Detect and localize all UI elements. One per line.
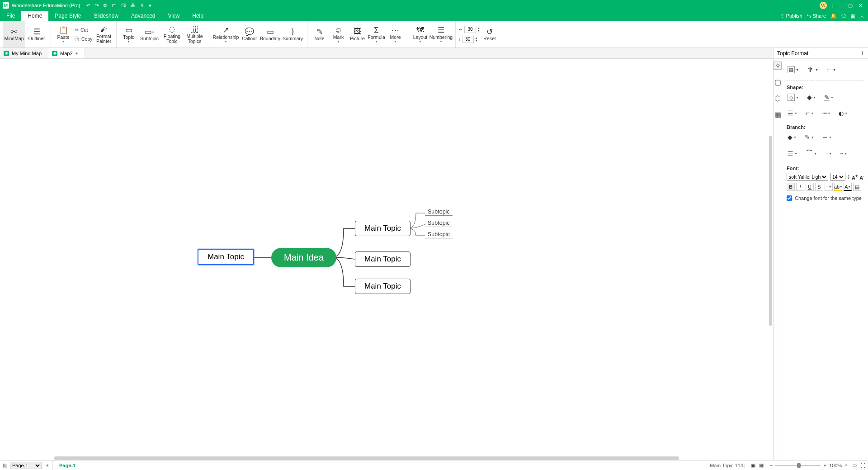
branch-connector-button[interactable]: ⊢▼ — [821, 133, 833, 142]
note-button[interactable]: ✎Note — [310, 21, 329, 47]
layout-button[interactable]: 🗺Layout▼ — [411, 21, 430, 47]
canvas-workspace[interactable]: Main Topic Main Idea Main Topic Main Top… — [0, 59, 773, 460]
subtopic-button[interactable]: ▭▫Subtopic — [138, 21, 161, 47]
main-idea-node[interactable]: Main Idea — [271, 248, 336, 267]
layout-style-2-button[interactable]: ♆▼ — [806, 65, 819, 74]
maximize-button[interactable]: ▢ — [845, 3, 855, 9]
pages-panel-button[interactable]: ▥ — [3, 462, 7, 468]
font-family-select[interactable]: soft YaHei Light — [787, 173, 828, 181]
font-size-spinner[interactable]: ▲▼ — [847, 174, 850, 180]
paste-button[interactable]: 📋Paste▼ — [54, 21, 73, 47]
copy-button[interactable]: ⿻Copy — [73, 35, 94, 43]
more-button[interactable]: ⋯More▼ — [386, 21, 405, 47]
topic-width-input[interactable] — [464, 26, 476, 33]
topic-width-spinner[interactable]: ↔▲▼ — [458, 26, 480, 33]
font-color-button[interactable]: A▼ — [844, 183, 852, 191]
outliner-view-button[interactable]: ☰Outliner — [25, 21, 48, 47]
relationship-button[interactable]: ↗Relationship▼ — [212, 21, 240, 47]
notifications-button[interactable]: 🔔 — [830, 13, 837, 19]
mindmap-view-button[interactable]: ✂MindMap — [3, 21, 25, 47]
topic-button[interactable]: ▭Topic▼ — [119, 21, 138, 47]
menu-view[interactable]: View — [161, 11, 186, 21]
horizontal-scrollbar[interactable] — [54, 456, 764, 460]
callout-button[interactable]: 💬Callout — [240, 21, 259, 47]
text-box-button[interactable]: ▤ — [853, 183, 861, 191]
close-window-button[interactable]: ✕ — [855, 3, 865, 9]
doc-tab-2[interactable]: ◉ Map2 ● — [48, 48, 85, 58]
page-tab[interactable]: Page-1 — [52, 461, 82, 470]
panel-pin-button[interactable]: ⊥ — [860, 50, 864, 57]
apps-button[interactable]: ▦ — [850, 13, 855, 19]
menu-file[interactable]: File — [0, 11, 21, 21]
panel-tab-format[interactable]: ✧ — [774, 62, 782, 70]
new-button[interactable]: ⧉ — [104, 3, 107, 9]
branch-taper-button[interactable]: ≡▼ — [824, 150, 833, 157]
open-button[interactable]: 🗀 — [112, 3, 117, 8]
export-button[interactable]: ⇪ — [140, 3, 144, 9]
menu-help[interactable]: Help — [186, 11, 210, 21]
change-same-type-checkbox[interactable] — [787, 195, 792, 201]
boundary-button[interactable]: ▭Boundary — [259, 21, 282, 47]
zoom-slider[interactable] — [775, 465, 821, 466]
zoom-in-button[interactable]: + — [823, 463, 826, 468]
save-button[interactable]: 🖫 — [121, 3, 126, 8]
font-increase-button[interactable]: A+ — [852, 174, 858, 180]
branch-style-button[interactable]: ✎▼ — [804, 133, 815, 142]
reset-button[interactable]: ↺Reset — [480, 21, 499, 47]
right-main-topic-node-3[interactable]: Main Topic — [355, 279, 410, 294]
vertical-scrollbar-thumb[interactable] — [769, 136, 772, 326]
picture-button[interactable]: 🖼Picture — [348, 21, 367, 47]
left-main-topic-node[interactable]: Main Topic — [198, 249, 254, 265]
shadow-button[interactable]: ◐▼ — [838, 109, 849, 118]
menu-slideshow[interactable]: Slideshow — [87, 11, 125, 21]
font-decrease-button[interactable]: A- — [859, 174, 864, 180]
add-page-button[interactable]: ＋ — [43, 462, 51, 469]
underline-button[interactable]: U — [806, 183, 814, 191]
fullscreen-button[interactable]: ⛶ — [860, 463, 865, 468]
undo-button[interactable]: ↶ — [86, 3, 90, 9]
fit-page-button[interactable]: ▣ — [751, 462, 755, 468]
formula-button[interactable]: ΣFormula▼ — [367, 21, 386, 47]
floating-topic-button[interactable]: ◌Floating Topic — [161, 21, 184, 47]
publish-button[interactable]: ⇪Publish — [780, 13, 802, 19]
shape-fill-button[interactable]: ◆▼ — [806, 93, 817, 102]
topic-height-input[interactable] — [462, 36, 474, 43]
minimize-button[interactable]: — — [835, 3, 845, 8]
corner-style-button[interactable]: ⌐▼ — [805, 108, 815, 118]
shape-border-button[interactable]: ✎▼ — [823, 93, 835, 102]
highlight-button[interactable]: ab▼ — [834, 183, 842, 191]
menu-home[interactable]: Home — [21, 11, 48, 21]
zoom-out-button[interactable]: − — [770, 463, 773, 468]
multiple-topics-button[interactable]: ⿲Multiple Topics — [184, 21, 206, 47]
branch-curve-button[interactable]: ⌒▼ — [805, 148, 818, 159]
summary-button[interactable]: }Summary — [282, 21, 304, 47]
panel-tab-page[interactable]: ▢ — [774, 78, 782, 86]
dash-style-button[interactable]: ┉┉▼ — [821, 109, 831, 117]
format-painter-button[interactable]: 🖌Format Painter — [94, 21, 113, 47]
print-button[interactable]: 🖶 — [131, 3, 136, 8]
font-size-select[interactable]: 14 — [830, 173, 845, 181]
help-icon-button[interactable]: ❍ — [841, 13, 846, 19]
user-avatar[interactable]: W — [820, 2, 827, 9]
zoom-slider-thumb[interactable] — [797, 463, 801, 468]
numbering-button[interactable]: ☰Numbering▼ — [430, 21, 453, 47]
subtopic-node-1[interactable]: Subtopic — [425, 209, 453, 216]
qat-more-button[interactable]: ▾ — [149, 3, 151, 9]
mark-button[interactable]: ☺Mark▼ — [329, 21, 348, 47]
menu-page-style[interactable]: Page Style — [48, 11, 87, 21]
menu-advanced[interactable]: Advanced — [125, 11, 161, 21]
branch-weight-button[interactable]: ☰▼ — [787, 149, 798, 158]
fit-width-button[interactable]: ▦ — [759, 462, 764, 468]
line-weight-button[interactable]: ☰▼ — [787, 109, 798, 118]
presentation-mode-button[interactable]: ▭ — [852, 462, 857, 468]
cut-button[interactable]: ✂Cut — [73, 26, 94, 34]
strikethrough-button[interactable]: S — [815, 183, 823, 191]
collapse-ribbon-button[interactable]: ︿ — [859, 13, 864, 19]
right-main-topic-node-2[interactable]: Main Topic — [355, 252, 410, 267]
subtopic-node-3[interactable]: Subtopic — [425, 231, 453, 238]
panel-tab-icons[interactable]: ▦ — [774, 110, 782, 119]
layout-style-3-button[interactable]: ⊢▼ — [826, 65, 837, 74]
shape-type-button[interactable]: ◇▼ — [787, 93, 800, 102]
redo-button[interactable]: ↷ — [95, 3, 99, 9]
italic-button[interactable]: I — [796, 183, 804, 191]
